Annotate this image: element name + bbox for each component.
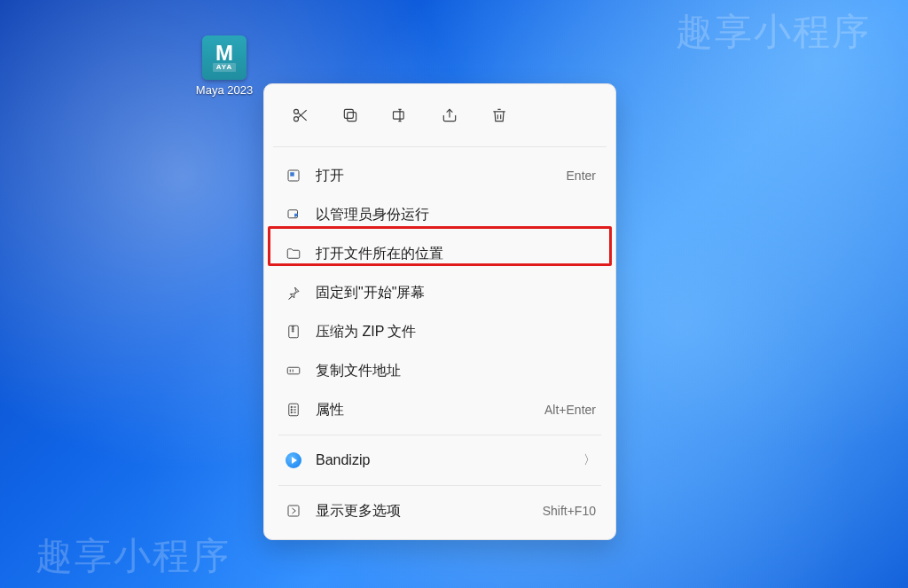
desktop-background[interactable]: 趣享小程序 趣享小程序 趣享小程序 M AYA Maya 2023 bbox=[0, 0, 908, 588]
delete-button[interactable] bbox=[482, 98, 516, 132]
copy-button[interactable] bbox=[333, 98, 367, 132]
svg-point-0 bbox=[294, 109, 299, 114]
menu-item-properties[interactable]: 属性 Alt+Enter bbox=[270, 390, 610, 429]
separator bbox=[278, 485, 601, 486]
svg-rect-6 bbox=[394, 112, 404, 119]
chevron-right-icon: 〉 bbox=[583, 452, 596, 468]
share-button[interactable] bbox=[433, 98, 466, 132]
menu-item-label: 以管理员身份运行 bbox=[316, 206, 596, 224]
zip-icon bbox=[284, 322, 303, 341]
shield-icon bbox=[284, 205, 303, 224]
menu-item-accelerator: Shift+F10 bbox=[543, 504, 596, 518]
watermark-text: 趣享小程序 bbox=[35, 531, 231, 581]
quick-action-row bbox=[264, 90, 615, 141]
share-icon bbox=[441, 106, 458, 124]
menu-item-accelerator: Alt+Enter bbox=[544, 403, 596, 417]
svg-rect-5 bbox=[344, 109, 353, 118]
context-menu: 打开 Enter 以管理员身份运行 打开文件所在的位置 固定到"开始"屏 bbox=[263, 83, 616, 540]
svg-point-25 bbox=[291, 406, 293, 408]
watermark-text: 趣享小程序 bbox=[676, 7, 871, 57]
menu-item-show-more[interactable]: 显示更多选项 Shift+F10 bbox=[270, 491, 610, 530]
pin-icon bbox=[284, 283, 303, 302]
path-icon bbox=[284, 361, 303, 380]
tile-letter: M bbox=[215, 43, 233, 63]
svg-rect-4 bbox=[348, 113, 356, 122]
menu-item-label: 打开文件所在的位置 bbox=[316, 245, 596, 263]
menu-item-run-as-admin[interactable]: 以管理员身份运行 bbox=[270, 195, 610, 234]
more-icon bbox=[284, 501, 303, 521]
menu-item-label: 属性 bbox=[316, 401, 536, 419]
menu-item-label: 固定到"开始"屏幕 bbox=[316, 284, 596, 302]
cut-button[interactable] bbox=[284, 98, 317, 132]
menu-item-accelerator: Enter bbox=[567, 169, 596, 183]
trash-icon bbox=[490, 106, 508, 124]
menu-item-copy-path[interactable]: 复制文件地址 bbox=[270, 351, 610, 390]
menu-item-label: 打开 bbox=[316, 167, 558, 185]
menu-item-label: Bandizip bbox=[316, 452, 575, 468]
svg-rect-31 bbox=[288, 506, 299, 516]
menu-item-bandizip[interactable]: Bandizip 〉 bbox=[270, 441, 610, 480]
tile-subtext: AYA bbox=[213, 63, 236, 72]
folder-icon bbox=[284, 244, 303, 263]
svg-point-1 bbox=[294, 117, 299, 122]
menu-item-open[interactable]: 打开 Enter bbox=[270, 156, 610, 195]
svg-rect-21 bbox=[287, 367, 300, 374]
svg-point-27 bbox=[291, 412, 293, 413]
menu-item-open-file-location[interactable]: 打开文件所在的位置 bbox=[270, 234, 610, 273]
svg-point-26 bbox=[291, 409, 293, 411]
rename-icon bbox=[391, 106, 409, 124]
menu-item-label: 显示更多选项 bbox=[316, 502, 534, 521]
bandizip-icon bbox=[284, 451, 303, 470]
copy-icon bbox=[341, 106, 359, 124]
scissors-icon bbox=[292, 106, 309, 124]
desktop-shortcut-maya[interactable]: M AYA Maya 2023 bbox=[186, 35, 262, 97]
menu-item-label: 复制文件地址 bbox=[316, 362, 596, 380]
menu-item-pin-to-start[interactable]: 固定到"开始"屏幕 bbox=[270, 273, 610, 312]
rename-button[interactable] bbox=[383, 98, 417, 132]
separator bbox=[273, 146, 607, 147]
app-tile-icon: M AYA bbox=[202, 35, 247, 80]
svg-rect-16 bbox=[289, 325, 299, 338]
open-in-icon bbox=[284, 166, 303, 185]
menu-item-compress-zip[interactable]: 压缩为 ZIP 文件 bbox=[270, 312, 610, 351]
separator bbox=[278, 435, 601, 435]
menu-item-label: 压缩为 ZIP 文件 bbox=[316, 323, 596, 341]
menu-list: 打开 Enter 以管理员身份运行 打开文件所在的位置 固定到"开始"屏 bbox=[264, 153, 615, 534]
properties-icon bbox=[284, 400, 303, 419]
shortcut-label: Maya 2023 bbox=[186, 83, 262, 97]
svg-rect-14 bbox=[290, 172, 294, 176]
